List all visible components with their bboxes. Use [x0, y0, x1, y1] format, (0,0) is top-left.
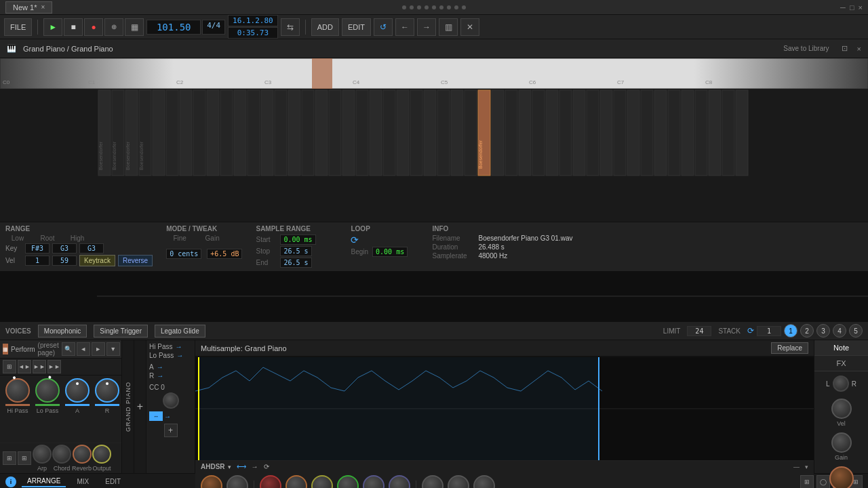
note-tab[interactable]: Note — [814, 340, 868, 356]
hi-pass-knob[interactable] — [5, 378, 30, 403]
filter-arrow-btn[interactable]: → — [164, 413, 171, 420]
window-controls[interactable]: ─ □ × — [840, 3, 863, 12]
perform-next[interactable]: ► — [92, 342, 105, 356]
add-sampler-btn[interactable]: + — [134, 340, 146, 473]
save-to-library[interactable]: Save to Library — [783, 45, 829, 52]
stack-val[interactable]: 1 — [757, 326, 781, 336]
replace-btn[interactable]: Replace — [771, 342, 808, 354]
sampler-icon-3[interactable]: ►► — [33, 360, 46, 373]
chord-knob[interactable] — [52, 445, 71, 464]
close-btn[interactable]: × — [859, 3, 863, 12]
single-trigger-btn[interactable]: Single Trigger — [94, 325, 148, 338]
pan-knob[interactable] — [833, 375, 849, 392]
vel-val[interactable]: 59 — [52, 256, 77, 266]
stack-3[interactable]: 3 — [816, 324, 830, 338]
status-icon-1[interactable]: ⊞ — [800, 475, 814, 489]
fine-val[interactable]: 0 cents — [166, 249, 201, 259]
edit-button[interactable]: EDIT — [342, 18, 371, 36]
perform-menu[interactable]: ▼ — [106, 342, 120, 356]
decay-knob[interactable] — [311, 475, 333, 488]
metronome-button[interactable]: ⇆ — [281, 18, 300, 36]
monophonic-btn[interactable]: Monophonic — [38, 325, 87, 338]
forward-button[interactable]: → — [417, 18, 436, 36]
minimize-btn[interactable]: ─ — [840, 3, 846, 12]
vel-knob[interactable] — [831, 399, 852, 419]
attack-knob[interactable] — [260, 475, 281, 488]
output-knob[interactable] — [92, 445, 111, 464]
piano-keyboard-area[interactable]: C0 C1 C2 C3 C4 C5 C6 C7 C8 — [0, 58, 868, 89]
sr-knob[interactable] — [389, 475, 410, 488]
tempo-display[interactable]: 101.50 — [146, 20, 201, 35]
output-large-knob[interactable] — [829, 466, 854, 488]
arp-knob[interactable] — [33, 445, 52, 464]
lo-pass-knob[interactable] — [35, 378, 60, 403]
time-sig-display[interactable]: 4/4 — [202, 20, 225, 35]
filter-link-btn[interactable]: ↔ — [149, 411, 163, 421]
pitch-knob[interactable] — [201, 475, 222, 488]
record-mode-button[interactable]: ⊕ — [104, 18, 123, 36]
stack-1[interactable]: 1 — [784, 324, 797, 338]
sampler-icon-4[interactable]: ►► — [47, 360, 61, 373]
start-val[interactable]: 0.00 ms — [280, 235, 315, 245]
legato-glide-btn[interactable]: Legato Glide — [155, 325, 205, 338]
app-tab[interactable]: New 1* × — [5, 1, 52, 14]
loop-button[interactable]: ↺ — [374, 18, 393, 36]
perform-search[interactable]: 🔍 — [62, 342, 75, 356]
stack-4[interactable]: 4 — [833, 324, 846, 338]
maximize-btn[interactable]: ⊡ — [842, 44, 848, 53]
filter-add-btn[interactable]: + — [164, 424, 178, 437]
play-button[interactable]: ► — [43, 18, 62, 36]
sampler-icon-1[interactable]: ⊞ — [3, 360, 16, 373]
file-button[interactable]: FILE — [4, 18, 32, 36]
r-knob[interactable] — [95, 378, 119, 403]
rewind-button[interactable]: ← — [395, 18, 414, 36]
perform-prev[interactable]: ◄ — [77, 342, 90, 356]
gain-knob[interactable] — [831, 432, 852, 453]
stop-val[interactable]: 26.5 s — [280, 246, 311, 256]
clear-button[interactable]: ✕ — [460, 18, 479, 36]
restore-btn[interactable]: □ — [850, 3, 854, 12]
tab-icon-row[interactable]: ⊞ — [3, 451, 16, 465]
sampler-icon-2[interactable]: ◄► — [18, 360, 31, 373]
ahdsr-arrow-btn[interactable]: → — [252, 463, 258, 470]
key-high-val[interactable]: G3 — [79, 243, 104, 253]
tab-close[interactable]: × — [41, 3, 45, 11]
stack-loop-icon[interactable]: ⟳ — [747, 326, 754, 336]
start2-knob[interactable] — [448, 475, 469, 488]
pattern-button[interactable]: ▦ — [125, 18, 144, 36]
end-val[interactable]: 26.5 s — [280, 258, 311, 268]
gain-val[interactable]: +6.5 dB — [207, 249, 242, 259]
stack-5[interactable]: 5 — [849, 324, 863, 338]
len-knob[interactable] — [473, 475, 495, 488]
cc-knob[interactable] — [163, 392, 179, 409]
fx-tab[interactable]: FX — [814, 356, 868, 371]
vel-low-val[interactable]: 1 — [25, 256, 50, 266]
key-root-val[interactable]: G3 — [52, 243, 77, 253]
a-knob[interactable] — [65, 378, 90, 403]
glide-knob[interactable] — [226, 475, 248, 488]
sustain-knob[interactable] — [337, 475, 359, 488]
ahdsr-loop-btn[interactable]: ⟳ — [264, 463, 269, 470]
limit-val[interactable]: 24 — [687, 326, 711, 336]
ahdsr-link-btn[interactable]: ⟷ — [237, 463, 246, 470]
hold-knob[interactable] — [285, 475, 307, 488]
begin-val[interactable]: 0.00 ms — [372, 247, 408, 257]
tab-icon-row2[interactable]: ⊞ — [18, 451, 31, 465]
record-button[interactable]: ● — [84, 18, 103, 36]
overdub-button[interactable]: ▥ — [439, 18, 458, 36]
reverse-btn[interactable]: Reverse — [118, 255, 153, 266]
add-button[interactable]: ADD — [311, 18, 339, 36]
start-knob[interactable] — [422, 475, 443, 488]
stop-button[interactable]: ■ — [64, 18, 83, 36]
mix-tab[interactable]: MIX — [71, 476, 94, 487]
arrange-tab[interactable]: ARRANGE — [22, 476, 66, 487]
release-knob[interactable] — [363, 475, 384, 488]
reverb-knob[interactable] — [73, 445, 92, 464]
keytrack-btn[interactable]: Keytrack — [79, 255, 115, 266]
edit-tab[interactable]: EDIT — [100, 476, 126, 487]
close-instrument-btn[interactable]: × — [857, 45, 861, 53]
piano-keys-svg[interactable]: C0 C1 C2 C3 C4 C5 C6 C7 C8 — [0, 58, 868, 89]
status-icon-2[interactable]: ◯ — [816, 475, 830, 489]
grand-piano-label-area[interactable]: GRAND PIANO — [122, 340, 134, 473]
key-low-val[interactable]: F#3 — [25, 243, 50, 253]
